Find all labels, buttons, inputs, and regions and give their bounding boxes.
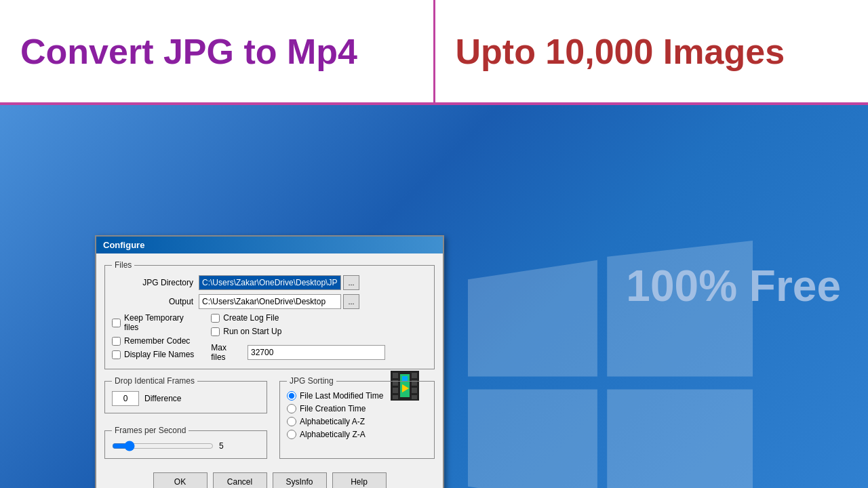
create-log-label: Create Log File: [223, 313, 279, 323]
difference-input[interactable]: [112, 391, 139, 406]
keep-temp-row: Keep Temporary files: [112, 313, 197, 332]
svg-marker-0: [468, 260, 597, 377]
free-text: 100% Free: [626, 261, 841, 311]
lower-left: Drop Identical Frames Difference Frames …: [104, 376, 273, 466]
max-files-label: Max files: [211, 343, 242, 362]
jpg-directory-input[interactable]: [199, 275, 341, 290]
jpg-sorting-group: JPG Sorting File Last Modified Time File…: [279, 376, 435, 459]
remember-codec-row: Remember Codec: [112, 336, 197, 346]
create-log-checkbox[interactable]: [211, 314, 220, 323]
options-row: Keep Temporary files Remember Codec Disp…: [112, 313, 427, 362]
top-banner: Convert JPG to Mp4 Upto 10,000 Images: [0, 0, 868, 105]
dialog-title: Configure: [96, 237, 443, 253]
sorting-group-label: JPG Sorting: [287, 376, 336, 386]
help-button[interactable]: Help: [332, 472, 387, 488]
sort-za-radio[interactable]: [287, 430, 296, 439]
sort-modified-row: File Last Modified Time: [287, 391, 427, 401]
display-names-row: Display File Names: [112, 350, 197, 359]
sort-az-radio[interactable]: [287, 417, 296, 426]
dialog-body: Files JPG Directory ... Output ... Ke: [96, 253, 443, 488]
sort-creation-label: File Creation Time: [300, 404, 366, 413]
drop-frames-label: Drop Identical Frames: [112, 376, 197, 386]
create-log-row: Create Log File: [211, 313, 385, 323]
keep-temp-label: Keep Temporary files: [124, 313, 197, 332]
remember-codec-label: Remember Codec: [124, 336, 190, 346]
sort-za-row: Alphabetically Z-A: [287, 430, 427, 439]
display-names-label: Display File Names: [124, 350, 194, 359]
banner-subtitle: Upto 10,000 Images: [456, 31, 785, 72]
ok-button[interactable]: OK: [153, 472, 208, 488]
output-input[interactable]: [199, 294, 341, 309]
sort-az-label: Alphabetically A-Z: [300, 417, 365, 426]
fps-group: Frames per Second 5: [104, 426, 267, 459]
run-startup-row: Run on Start Up: [211, 327, 385, 336]
sort-az-row: Alphabetically A-Z: [287, 417, 427, 426]
jpg-directory-browse-button[interactable]: ...: [343, 275, 359, 290]
svg-marker-3: [607, 390, 753, 488]
jpg-directory-row: JPG Directory ...: [112, 275, 427, 290]
files-group: Files JPG Directory ... Output ... Ke: [104, 260, 435, 369]
keep-temp-checkbox[interactable]: [112, 319, 121, 327]
dialog-buttons: OK Cancel SysInfo Help: [104, 472, 435, 488]
fps-value: 5: [219, 441, 224, 451]
sort-za-label: Alphabetically Z-A: [300, 430, 366, 439]
remember-codec-checkbox[interactable]: [112, 337, 121, 346]
configure-dialog: Configure Files JPG Directory ... Output…: [95, 235, 444, 488]
options-right: Create Log File Run on Start Up Max file…: [211, 313, 385, 362]
jpg-directory-label: JPG Directory: [112, 278, 193, 287]
banner-title: Convert JPG to Mp4: [20, 31, 357, 72]
max-files-input[interactable]: [248, 345, 385, 360]
background: 100% Free Configure Files JPG Directory …: [0, 105, 868, 488]
banner-right: Upto 10,000 Images: [433, 0, 869, 102]
run-startup-checkbox[interactable]: [211, 327, 220, 336]
sort-creation-row: File Creation Time: [287, 404, 427, 413]
drop-frames-inner: Difference: [112, 391, 260, 406]
fps-group-label: Frames per Second: [112, 426, 189, 435]
max-files-row: Max files: [211, 343, 385, 362]
svg-marker-2: [468, 390, 597, 488]
sysinfo-button[interactable]: SysInfo: [273, 472, 327, 488]
run-startup-label: Run on Start Up: [223, 327, 281, 336]
cancel-button[interactable]: Cancel: [213, 472, 267, 488]
sort-modified-label: File Last Modified Time: [300, 391, 383, 401]
files-group-label: Files: [112, 260, 134, 270]
lower-section: Drop Identical Frames Difference Frames …: [104, 376, 435, 466]
fps-slider[interactable]: [112, 441, 214, 451]
output-row: Output ...: [112, 294, 427, 309]
output-browse-button[interactable]: ...: [343, 294, 359, 309]
options-left: Keep Temporary files Remember Codec Disp…: [112, 313, 197, 362]
sort-modified-radio[interactable]: [287, 391, 296, 401]
drop-frames-group: Drop Identical Frames Difference: [104, 376, 267, 413]
fps-slider-row: 5: [112, 441, 260, 451]
display-names-checkbox[interactable]: [112, 350, 121, 359]
banner-left: Convert JPG to Mp4: [0, 0, 433, 102]
sort-creation-radio[interactable]: [287, 404, 296, 413]
difference-label: Difference: [144, 394, 181, 403]
output-label: Output: [112, 297, 193, 306]
